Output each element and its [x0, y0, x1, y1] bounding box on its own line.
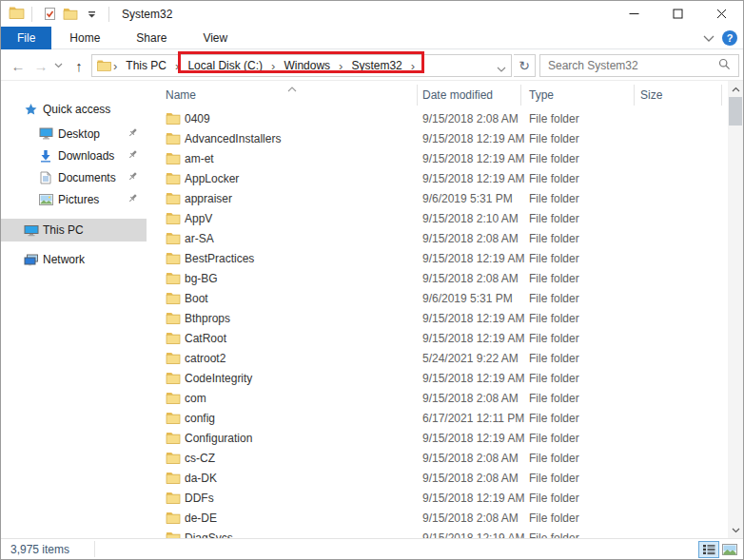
table-row[interactable]: AppV9/15/2018 2:10 AMFile folder: [153, 209, 728, 229]
sort-ascending-icon[interactable]: [287, 82, 297, 95]
table-row[interactable]: cs-CZ9/15/2018 2:08 AMFile folder: [153, 449, 728, 469]
column-header-row: Name Date modified Type Size: [153, 81, 728, 109]
date-modified: 9/6/2019 5:31 PM: [422, 192, 522, 205]
sidebar-item-label: Pictures: [58, 193, 99, 206]
close-button[interactable]: [699, 1, 743, 27]
pin-icon: [127, 127, 138, 141]
file-list: Name Date modified Type Size 04099/15/20…: [153, 81, 728, 538]
sidebar-item-quick-access[interactable]: Quick access: [1, 98, 153, 121]
folder-icon: [166, 212, 181, 227]
table-row[interactable]: Configuration9/15/2018 12:19 AMFile fold…: [153, 429, 728, 449]
file-type: File folder: [529, 312, 624, 325]
folder-icon: [166, 332, 181, 347]
breadcrumb-system32[interactable]: System32: [343, 59, 410, 72]
table-row[interactable]: AdvancedInstallers9/15/2018 12:19 AMFile…: [153, 129, 728, 149]
explorer-folder-icon: [9, 6, 25, 22]
date-modified: 9/15/2018 12:19 AM: [422, 372, 522, 385]
navigation-pane: Quick accessDesktopDownloadsDocumentsPic…: [1, 81, 153, 538]
search-input[interactable]: [540, 59, 718, 72]
folder-icon: [166, 192, 181, 207]
date-modified: 9/15/2018 2:08 AM: [422, 272, 522, 285]
refresh-button[interactable]: ↻: [514, 54, 536, 77]
file-name: da-DK: [185, 472, 413, 485]
vertical-scrollbar[interactable]: [728, 81, 743, 538]
table-row[interactable]: CodeIntegrity9/15/2018 12:19 AMFile fold…: [153, 369, 728, 389]
breadcrumb-this-pc[interactable]: This PC: [117, 59, 175, 72]
sidebar-item-downloads[interactable]: Downloads: [1, 145, 153, 166]
scroll-up-arrow-icon[interactable]: [728, 81, 743, 97]
tab-file[interactable]: File: [1, 27, 51, 49]
window-title: System32: [122, 8, 172, 21]
date-modified: 9/15/2018 2:08 AM: [422, 112, 522, 126]
table-row[interactable]: CatRoot9/15/2018 12:19 AMFile folder: [153, 329, 728, 349]
scroll-down-arrow-icon[interactable]: [728, 522, 743, 538]
qat-properties-button[interactable]: [39, 4, 60, 25]
table-row[interactable]: 04099/15/2018 2:08 AMFile folder: [153, 109, 728, 129]
qat-customize-dropdown[interactable]: [81, 4, 102, 25]
table-row[interactable]: BestPractices9/15/2018 12:19 AMFile fold…: [153, 249, 728, 269]
tab-view[interactable]: View: [185, 27, 245, 49]
column-resize-handle[interactable]: [520, 85, 521, 106]
column-header-size[interactable]: Size: [640, 88, 662, 102]
help-button[interactable]: ?: [722, 30, 737, 46]
table-row[interactable]: ar-SA9/15/2018 2:08 AMFile folder: [153, 229, 728, 249]
date-modified: 9/15/2018 12:19 AM: [422, 432, 522, 445]
forward-button[interactable]: →: [29, 54, 52, 77]
sidebar-item-documents[interactable]: Documents: [1, 166, 153, 188]
column-resize-handle[interactable]: [721, 85, 722, 106]
file-type: File folder: [529, 452, 624, 465]
details-view-button[interactable]: [698, 541, 719, 558]
sidebar-item-pictures[interactable]: Pictures: [1, 188, 153, 210]
back-button[interactable]: ←: [7, 54, 29, 77]
qat-new-folder-button[interactable]: [60, 4, 81, 25]
date-modified: 9/15/2018 2:08 AM: [422, 472, 522, 485]
pin-icon: [127, 193, 138, 206]
breadcrumb-local-disk-c-[interactable]: Local Disk (C:): [179, 59, 271, 72]
search-box[interactable]: [539, 54, 739, 77]
sidebar-item-network[interactable]: Network: [1, 248, 153, 271]
column-resize-handle[interactable]: [634, 85, 635, 106]
table-row[interactable]: bg-BG9/15/2018 2:08 AMFile folder: [153, 269, 728, 289]
folder-icon: [166, 292, 181, 307]
breadcrumb-separator-icon[interactable]: ›: [411, 59, 415, 73]
maximize-button[interactable]: [656, 1, 699, 27]
large-icons-view-button[interactable]: [719, 541, 740, 558]
file-name: BestPractices: [185, 252, 413, 265]
table-row[interactable]: AppLocker9/15/2018 12:19 AMFile folder: [153, 169, 728, 189]
tab-home[interactable]: Home: [51, 27, 118, 49]
pictures-icon: [39, 194, 53, 205]
file-type: File folder: [529, 531, 624, 538]
sidebar-item-this-pc[interactable]: This PC: [1, 219, 147, 241]
table-row[interactable]: com9/15/2018 2:08 AMFile folder: [153, 389, 728, 409]
tab-share[interactable]: Share: [118, 27, 185, 49]
table-row[interactable]: Boot9/6/2019 5:31 PMFile folder: [153, 289, 728, 309]
search-icon[interactable]: [718, 58, 731, 73]
table-row[interactable]: de-DE9/15/2018 2:08 AMFile folder: [153, 509, 728, 529]
expand-ribbon-chevron-icon[interactable]: [703, 31, 715, 45]
address-dropdown-chevron[interactable]: [497, 63, 506, 76]
table-row[interactable]: config6/17/2021 12:11 PMFile folder: [153, 409, 728, 429]
sidebar-item-label: Network: [43, 253, 85, 266]
file-name: Boot: [185, 292, 413, 305]
address-bar[interactable]: ›This PC›Local Disk (C:)›Windows›System3…: [91, 54, 512, 77]
scrollbar-thumb[interactable]: [729, 97, 742, 126]
recent-locations-chevron[interactable]: [50, 54, 66, 77]
folder-icon: [166, 492, 181, 507]
table-row[interactable]: Bthprops9/15/2018 12:19 AMFile folder: [153, 309, 728, 329]
column-header-name[interactable]: Name: [166, 88, 196, 102]
up-button[interactable]: ↑: [68, 54, 90, 77]
date-modified: 9/15/2018 12:19 AM: [422, 492, 522, 505]
table-row[interactable]: da-DK9/15/2018 2:08 AMFile folder: [153, 469, 728, 489]
column-header-type[interactable]: Type: [529, 88, 554, 102]
table-row[interactable]: DiagSvcs9/15/2018 12:19 AMFile folder: [153, 529, 728, 538]
breadcrumb-windows[interactable]: Windows: [275, 59, 339, 72]
column-resize-handle[interactable]: [417, 85, 418, 106]
table-row[interactable]: catroot25/24/2021 9:22 AMFile folder: [153, 349, 728, 369]
minimize-button[interactable]: [612, 1, 656, 27]
table-row[interactable]: appraiser9/6/2019 5:31 PMFile folder: [153, 189, 728, 209]
table-row[interactable]: DDFs9/15/2018 12:19 AMFile folder: [153, 489, 728, 509]
file-type: File folder: [529, 372, 624, 385]
sidebar-item-desktop[interactable]: Desktop: [1, 123, 153, 145]
column-header-date-modified[interactable]: Date modified: [422, 88, 493, 102]
table-row[interactable]: am-et9/15/2018 12:19 AMFile folder: [153, 149, 728, 169]
